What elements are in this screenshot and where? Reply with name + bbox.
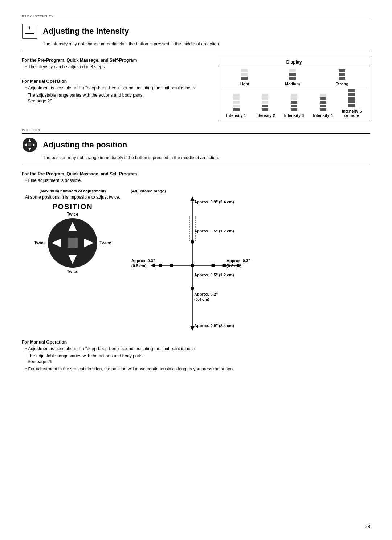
adj-range-col: (Adjustable range) [131,189,370,334]
svg-point-21 [191,264,194,267]
divider-position [22,165,370,165]
svg-point-24 [170,264,173,267]
dpad-row: Twice Twice [28,218,118,268]
max-numbers-text: At some positions, it is impossible to a… [25,195,120,200]
pre-program-bullet: The intensity can be adjusted in 3 steps… [25,64,207,69]
i2-bars [262,94,268,111]
intensity-layout: For the Pre-Program, Quick Massage, and … [22,58,370,121]
intensity-col-3: Intensity 3 [284,94,304,118]
bar-strong-1 [339,77,345,80]
manual-op-heading: For Manual Operation [22,79,207,84]
i5-label: Intensity 5or more [342,109,362,118]
position-big-title: POSITION [28,203,118,211]
svg-rect-8 [28,143,31,146]
svg-point-27 [159,264,162,267]
intensity-col-5: Intensity 5or more [342,89,362,118]
svg-marker-19 [151,263,155,268]
strong-label: Strong [336,82,348,86]
svg-point-22 [191,240,194,244]
position-manual-heading: For Manual Operation [22,340,370,345]
intensity-col-light: Light [240,69,249,86]
bar-light-3 [241,69,248,72]
svg-point-23 [191,287,194,290]
medium-bars [289,69,296,80]
twice-left: Twice [28,240,46,245]
page-number: 28 [365,524,370,529]
i3-label: Intensity 3 [284,113,304,118]
svg-text:(0.8 cm): (0.8 cm) [131,264,147,268]
manual-op-bullet: Adjustment is possible until a "beep-bee… [25,85,207,90]
position-manual-op: For Manual Operation Adjustment is possi… [22,340,370,371]
svg-text:Approx. 0.5" (1.2 cm): Approx. 0.5" (1.2 cm) [194,273,234,277]
svg-text:Approx. 0.9" (2.4 cm): Approx. 0.9" (2.4 cm) [194,324,234,328]
intensity-col-1: Intensity 1 [226,94,246,118]
position-pre-program-heading: For the Pre-Program, Quick Massage, and … [22,171,370,176]
i4-label: Intensity 4 [313,113,332,118]
intensity-left-col: For the Pre-Program, Quick Massage, and … [22,58,207,121]
svg-text:Approx. 0.9" (2.4 cm): Approx. 0.9" (2.4 cm) [194,200,234,204]
twice-right: Twice [99,240,118,245]
intensity-description: The intensity may not change immediately… [43,41,370,46]
svg-text:Approx. 0.3": Approx. 0.3" [131,259,155,263]
svg-text:(0.4 cm): (0.4 cm) [194,297,209,301]
intensity-col-4: Intensity 4 [313,94,332,118]
section-label-position: POSITION [22,128,370,132]
svg-text:+: + [28,25,31,31]
bar-light-1 [241,77,248,80]
svg-text:Approx. 0.5" (1.2 cm): Approx. 0.5" (1.2 cm) [194,229,234,233]
position-manual-bullet1: Adjustment is possible until a "beep-bee… [25,346,370,351]
manual-op-indent1: The adjustable range varies with the act… [28,93,207,98]
manual-op-see-page: See page 29 [28,98,207,103]
display-table: Display Light [218,58,370,121]
position-layout: (Maximum numbers of adjustment) At some … [22,189,370,334]
intensity-col-strong: Strong [336,69,348,86]
bar-medium-3 [289,69,296,72]
i2-label: Intensity 2 [255,113,275,118]
i1-bars [233,94,240,111]
max-numbers-heading: (Maximum numbers of adjustment) [40,189,106,193]
range-svg: Approx. 0.9" (2.4 cm) Approx. 0.5" (1.2 … [131,195,254,333]
position-diagram-col: (Maximum numbers of adjustment) At some … [22,189,123,334]
intensity-header: + Adjusting the intensity [22,20,370,39]
position-manual-indent1: The adjustable range varies with the act… [28,353,370,358]
position-header: Adjusting the position [22,133,370,153]
position-description: The position may not change immediately … [43,155,370,160]
svg-text:Approx. 0.2": Approx. 0.2" [194,292,218,296]
bar-light-2 [241,73,248,76]
twice-bottom: Twice [28,269,118,274]
intensity-title: Adjusting the intensity [43,27,129,36]
i3-bars [291,94,297,111]
medium-label: Medium [285,82,300,86]
divider-intensity [22,51,370,51]
position-pre-program-bullet: Fine adjustment is possible. [25,178,370,183]
display-row-1: Light Medium [218,66,370,88]
position-manual-bullet2: For adjustment in the vertical direction… [25,366,370,371]
section-label-intensity: BACK INTENSITY [22,15,370,18]
svg-rect-14 [68,238,78,248]
twice-top: Twice [28,212,118,217]
svg-point-25 [211,264,215,267]
adj-range-heading: (Adjustable range) [131,189,370,193]
intensity-col-2: Intensity 2 [255,94,275,118]
i1-label: Intensity 1 [226,113,246,118]
position-title: Adjusting the position [43,140,127,150]
light-label: Light [240,82,249,86]
dpad-svg [47,218,98,268]
intensity-col-medium: Medium [285,69,300,86]
intensity-right-col: Display Light [218,58,370,121]
strong-bars [339,69,345,80]
svg-text:(0.8 cm): (0.8 cm) [226,264,242,268]
svg-point-26 [222,264,226,267]
bar-strong-3 [339,69,345,72]
svg-text:Approx. 0.3": Approx. 0.3" [226,259,250,263]
display-row-2: Intensity 1 Intensity 2 [218,88,370,121]
light-bars [241,69,248,80]
intensity-icon: + [22,23,38,39]
position-manual-see-page: See page 29 [28,359,370,364]
bar-strong-2 [339,73,345,76]
display-header: Display [218,58,370,66]
position-icon [22,137,38,153]
bar-medium-1 [289,77,296,80]
position-diagram: POSITION Twice Twice [28,203,118,274]
bar-medium-2 [289,73,296,76]
